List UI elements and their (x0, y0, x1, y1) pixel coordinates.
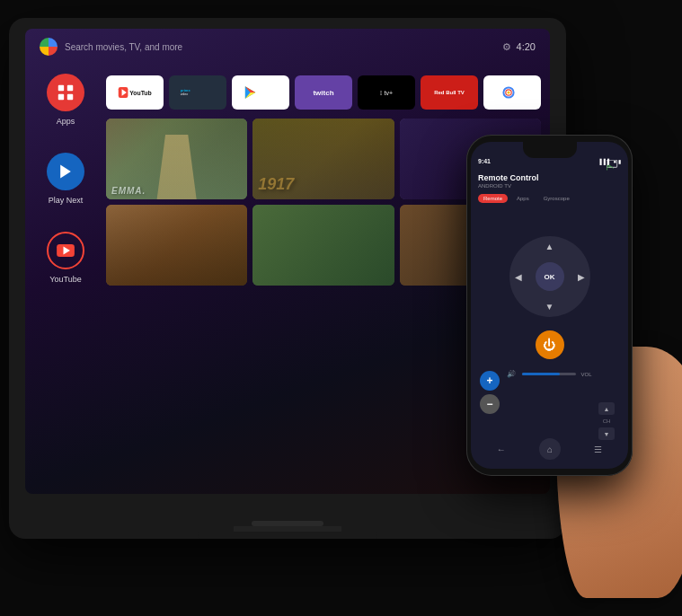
search-bar[interactable]: Search movies, TV, and more (40, 38, 182, 56)
dpad-ok-button[interactable]: OK (536, 262, 564, 291)
ch-label: CH (598, 418, 615, 424)
app-youtube[interactable]: YouTube (106, 75, 164, 110)
power-volume-area: ⏻ 🔊 VOL (507, 330, 591, 378)
movie-emma[interactable]: EMMA. (106, 119, 247, 199)
remote-subtitle: ANDROID TV (478, 183, 621, 189)
settings-icon[interactable]: ⚙ (502, 41, 511, 53)
volume-bar[interactable] (521, 373, 575, 375)
movie-thumb4[interactable] (106, 205, 247, 286)
svg-rect-0 (58, 85, 64, 91)
power-button[interactable]: ⏻ (535, 330, 563, 359)
sidebar-item-play-next[interactable]: Play Next (47, 153, 84, 205)
phone-wrapper: 9:41 ▌▌▌ ● ▮ (439, 108, 673, 575)
volume-control: 🔊 VOL (507, 370, 591, 378)
volume-label: VOL (580, 372, 591, 377)
app-prime[interactable]: prime video (169, 75, 226, 110)
main-scene: Search movies, TV, and more ⚙ 4:20 (0, 0, 682, 616)
svg-rect-1 (67, 85, 73, 91)
sidebar-item-youtube[interactable]: YouTube (47, 232, 84, 284)
youtube-label: YouTube (49, 275, 81, 284)
home-icon: ⌂ (547, 444, 553, 454)
svg-marker-4 (60, 165, 71, 179)
phone-bottom-nav: ← ⌂ ☰ (471, 438, 628, 460)
svg-rect-3 (67, 94, 73, 100)
phone-notch (523, 142, 577, 158)
apps-icon (47, 74, 84, 111)
dpad-down[interactable]: ▼ (545, 302, 554, 312)
phone-screen: 9:41 ▌▌▌ ● ▮ (471, 142, 628, 469)
tab-apps[interactable]: Apps (511, 194, 535, 203)
svg-text:prime: prime (181, 88, 191, 92)
play-next-icon (47, 153, 84, 190)
tv-time-area: ⚙ 4:20 (502, 41, 536, 53)
app-apple-tv[interactable]:  tv+ (358, 75, 415, 110)
movie-thumb5[interactable] (252, 205, 394, 286)
movie-emma-title: EMMA. (111, 186, 146, 196)
nav-back-icon[interactable]: ← (497, 444, 506, 454)
svg-rect-21 (607, 160, 617, 167)
apps-label: Apps (57, 117, 75, 126)
app-red-bull[interactable]: Red Bull TV (421, 75, 478, 110)
cast-icon-area (607, 158, 619, 174)
movie-1917-title: 1917 (258, 175, 294, 194)
phone-time: 9:41 (478, 158, 491, 164)
dpad-left[interactable]: ◀ (515, 272, 522, 282)
dpad-up[interactable]: ▲ (545, 242, 554, 251)
tv-sidebar: Apps Play Next (34, 74, 97, 284)
volume-down-button[interactable]: − (480, 394, 500, 414)
remote-tabs: Remote Apps Gyroscope (478, 194, 621, 203)
channel-up-button[interactable]: ▲ (598, 402, 615, 415)
power-icon: ⏻ (543, 338, 555, 352)
nav-home-button[interactable]: ⌂ (539, 438, 561, 460)
volume-buttons: + − (480, 371, 500, 414)
svg-point-22 (607, 169, 607, 171)
volume-icon: 🔊 (507, 370, 516, 378)
svg-rect-2 (58, 94, 64, 100)
app-twitch[interactable]: twitch (295, 75, 352, 110)
play-next-label: Play Next (49, 196, 84, 205)
apps-row: YouTube prime video (106, 75, 541, 110)
volume-fill (521, 373, 559, 375)
google-assistant-icon (40, 38, 58, 56)
tv-clock: 4:20 (517, 41, 536, 52)
phone-status-bar: 9:41 ▌▌▌ ● ▮ (478, 158, 621, 164)
phone-body: 9:41 ▌▌▌ ● ▮ (466, 135, 633, 476)
nav-menu-icon[interactable]: ☰ (594, 444, 602, 454)
svg-text:YouTube: YouTube (129, 90, 152, 96)
movie-1917[interactable]: 1917 (252, 119, 394, 199)
svg-point-19 (507, 91, 509, 93)
app-google-tv[interactable] (483, 75, 541, 110)
app-google-play[interactable] (232, 75, 289, 110)
tab-gyroscope[interactable]: Gyroscope (538, 194, 575, 203)
channel-controls: ▲ CH ▼ (598, 402, 615, 440)
tab-remote[interactable]: Remote (478, 194, 508, 203)
youtube-sidebar-icon (47, 232, 84, 269)
volume-up-button[interactable]: + (480, 371, 500, 391)
dpad-right[interactable]: ▶ (578, 272, 585, 282)
dpad-container: ▲ ▼ ◀ ▶ OK (509, 236, 590, 317)
search-placeholder: Search movies, TV, and more (65, 42, 182, 52)
dpad: ▲ ▼ ◀ ▶ OK (509, 236, 590, 317)
svg-text:video: video (181, 92, 189, 96)
sidebar-item-apps[interactable]: Apps (47, 74, 84, 126)
remote-title: Remote Control (478, 173, 621, 182)
tv-stand (234, 526, 341, 539)
remote-header: Remote Control ANDROID TV Remote Apps Gy… (478, 173, 621, 203)
tv-header: Search movies, TV, and more ⚙ 4:20 (40, 38, 536, 56)
